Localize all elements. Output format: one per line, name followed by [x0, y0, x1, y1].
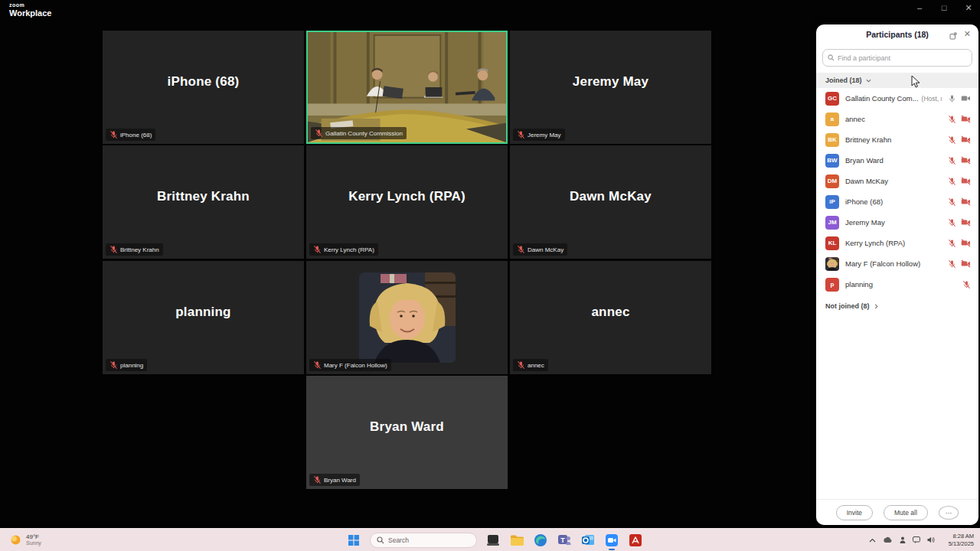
- zoom-icon[interactable]: [604, 533, 619, 548]
- participant-role: (Host, me): [922, 95, 942, 103]
- weather-widget[interactable]: 49°F Sunny: [9, 533, 41, 546]
- mic-muted-icon: [313, 475, 322, 484]
- mic-muted-icon: [962, 280, 971, 289]
- video-tile-dawn-mckay[interactable]: Dawn McKayDawn McKay: [510, 145, 711, 259]
- not-joined-section-header[interactable]: Not joined (8): [816, 295, 978, 310]
- svg-text:T: T: [560, 536, 565, 543]
- avatar: DM: [825, 174, 839, 188]
- mic-muted-icon: [109, 245, 118, 254]
- file-explorer-icon[interactable]: [509, 533, 524, 548]
- invite-button[interactable]: Invite: [836, 505, 873, 520]
- participant-name: Brittney Krahn: [845, 135, 891, 144]
- avatar: a: [825, 112, 839, 126]
- camera-off-icon: [961, 197, 971, 206]
- clock-time: 8:28 AM: [949, 533, 974, 540]
- joined-section-header[interactable]: Joined (18): [816, 73, 978, 88]
- participant-row[interactable]: GCGallatin County Com...(Host, me): [816, 88, 978, 109]
- tile-name-label: Mary F (Falcon Hollow): [309, 359, 391, 371]
- tile-display-name: annec: [510, 261, 711, 364]
- camera-off-icon: [961, 259, 971, 268]
- close-button[interactable]: ✕: [962, 3, 975, 13]
- video-tile-brittney-krahn[interactable]: Brittney KrahnBrittney Krahn: [103, 145, 304, 259]
- participant-row[interactable]: Mary F (Falcon Hollow): [816, 253, 978, 274]
- avatar: [825, 257, 839, 271]
- close-icon[interactable]: ✕: [964, 29, 971, 39]
- avatar: KL: [825, 236, 839, 250]
- mic-muted-icon: [948, 218, 956, 227]
- tile-name-label: Kerry Lynch (RPA): [309, 243, 378, 256]
- search-icon: [828, 54, 835, 61]
- tile-label-text: planning: [120, 362, 143, 369]
- tile-label-text: Bryan Ward: [324, 477, 356, 484]
- video-tile-iphone-68[interactable]: iPhone (68)iPhone (68): [103, 31, 304, 144]
- camera-off-icon: [961, 156, 971, 165]
- joined-label: Joined (18): [825, 77, 862, 84]
- video-tile-bryan-ward[interactable]: Bryan WardBryan Ward: [306, 376, 508, 489]
- mic-muted-icon: [517, 130, 525, 139]
- cloud-icon[interactable]: [883, 536, 893, 543]
- camera-icon: [961, 94, 971, 103]
- participant-av-status: [948, 177, 971, 186]
- chevron-up-icon[interactable]: [869, 538, 876, 543]
- taskbar-search-input[interactable]: [388, 536, 465, 544]
- edge-icon[interactable]: [533, 533, 548, 548]
- avatar: p: [825, 278, 839, 292]
- tile-name-label: Bryan Ward: [309, 474, 360, 486]
- mic-muted-icon: [948, 135, 956, 145]
- video-tile-jeremy-may[interactable]: Jeremy MayJeremy May: [510, 31, 711, 144]
- start-button[interactable]: [346, 533, 361, 548]
- avatar: BW: [825, 154, 839, 168]
- participant-row[interactable]: DMDawn McKay: [816, 171, 978, 191]
- profile-photo: [359, 272, 456, 363]
- logo-workplace-text: Workplace: [9, 8, 51, 18]
- mic-muted-icon: [109, 360, 118, 370]
- tile-label-text: Mary F (Falcon Hollow): [324, 362, 387, 369]
- weather-temp: 49°F: [26, 533, 41, 540]
- participant-search[interactable]: [822, 49, 972, 67]
- camera-off-icon: [961, 115, 971, 123]
- participant-row[interactable]: pplanning: [816, 274, 978, 295]
- mic-muted-icon: [948, 197, 956, 207]
- minimize-button[interactable]: –: [913, 3, 926, 13]
- more-options-button[interactable]: ···: [939, 506, 959, 520]
- speaker-icon[interactable]: [927, 536, 936, 543]
- participant-av-status: [948, 156, 971, 165]
- search-input[interactable]: [838, 54, 967, 62]
- video-tile-gallatin-county-commission[interactable]: Gallatin County Commission: [306, 31, 508, 144]
- mic-muted-icon: [517, 360, 525, 370]
- tile-name-label: annec: [513, 359, 548, 371]
- mouse-cursor: [911, 75, 921, 92]
- participant-name: Bryan Ward: [845, 156, 884, 165]
- mute-all-button[interactable]: Mute all: [884, 505, 928, 520]
- participant-list: GCGallatin County Com...(Host, me)aannec…: [816, 88, 978, 295]
- participant-row[interactable]: BKBrittney Krahn: [816, 129, 978, 150]
- taskbar-search-box[interactable]: [370, 533, 477, 548]
- teams-icon[interactable]: T: [557, 533, 572, 548]
- tile-label-text: annec: [528, 362, 544, 369]
- participant-row[interactable]: JMJeremy May: [816, 212, 978, 233]
- acrobat-icon[interactable]: [628, 533, 643, 548]
- video-tile-kerry-lynch-rpa[interactable]: Kerry Lynch (RPA)Kerry Lynch (RPA): [306, 145, 508, 259]
- participant-row[interactable]: iPiPhone (68): [816, 191, 978, 212]
- tile-name-label: planning: [106, 359, 147, 371]
- participant-row[interactable]: BWBryan Ward: [816, 150, 978, 171]
- video-tile-planning[interactable]: planningplanning: [103, 261, 304, 374]
- maximize-button[interactable]: □: [937, 3, 951, 13]
- participant-row[interactable]: aannec: [816, 109, 978, 129]
- popout-icon[interactable]: [949, 29, 957, 43]
- mic-muted-icon: [313, 245, 322, 254]
- mic-muted-icon: [517, 245, 525, 254]
- participant-av-status: [948, 94, 971, 103]
- taskbar-center: T: [346, 533, 643, 548]
- video-tile-annec[interactable]: annecannec: [510, 261, 711, 374]
- dark-app-icon[interactable]: [485, 533, 501, 548]
- participant-name: Dawn McKay: [845, 177, 888, 185]
- taskbar-clock[interactable]: 8:28 AM 5/13/2025: [949, 533, 974, 548]
- participant-row[interactable]: KLKerry Lynch (RPA): [816, 233, 978, 253]
- outlook-icon[interactable]: [580, 533, 596, 548]
- avatar: JM: [825, 216, 839, 230]
- video-tile-mary-f-falcon-hollow[interactable]: Mary F (Falcon Hollow): [306, 261, 508, 374]
- chat-icon[interactable]: [913, 536, 920, 543]
- taskbar-app-icons: T: [485, 533, 643, 548]
- person-icon[interactable]: [900, 536, 906, 543]
